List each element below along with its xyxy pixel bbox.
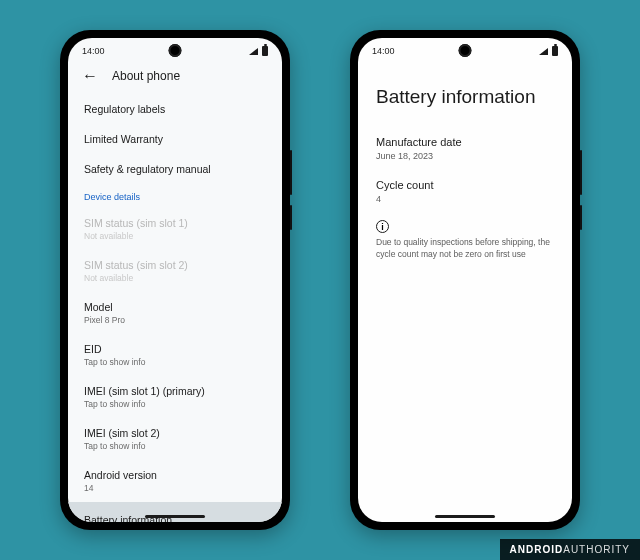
row-imei-1[interactable]: IMEI (sim slot 1) (primary) Tap to show … xyxy=(68,376,282,418)
row-model[interactable]: Model Pixel 8 Pro xyxy=(68,292,282,334)
info-icon: i xyxy=(376,220,389,233)
watermark: ANDROIDAUTHORITY xyxy=(500,539,640,560)
row-android-version[interactable]: Android version 14 xyxy=(68,460,282,502)
row-sim-status-2: SIM status (sim slot 2) Not available xyxy=(68,250,282,292)
volume-button xyxy=(290,150,292,195)
battery-icon xyxy=(552,46,558,56)
section-device-details: Device details xyxy=(68,184,282,208)
row-manufacture-date[interactable]: Manufacture date June 18, 2023 xyxy=(358,128,572,171)
status-time: 14:00 xyxy=(372,46,395,56)
phone-right: 14:00 Battery information Manufacture da… xyxy=(350,30,580,530)
battery-info-content: Battery information Manufacture date Jun… xyxy=(358,64,572,522)
home-indicator[interactable] xyxy=(145,515,205,518)
volume-button xyxy=(580,150,582,195)
row-imei-2[interactable]: IMEI (sim slot 2) Tap to show info xyxy=(68,418,282,460)
row-battery-information[interactable]: Battery information xyxy=(68,502,282,522)
app-bar: ← About phone xyxy=(68,64,282,94)
row-regulatory-labels[interactable]: Regulatory labels xyxy=(68,94,282,124)
camera-cutout xyxy=(169,44,182,57)
camera-cutout xyxy=(459,44,472,57)
appbar-title: About phone xyxy=(112,69,180,83)
home-indicator[interactable] xyxy=(435,515,495,518)
phone-left: 14:00 ← About phone Regulatory labels Li… xyxy=(60,30,290,530)
battery-icon xyxy=(262,46,268,56)
row-cycle-count[interactable]: Cycle count 4 xyxy=(358,171,572,214)
status-time: 14:00 xyxy=(82,46,105,56)
signal-icon xyxy=(249,48,258,55)
cycle-count-note: Due to quality inspections before shippi… xyxy=(358,237,572,261)
power-button xyxy=(290,205,292,230)
row-eid[interactable]: EID Tap to show info xyxy=(68,334,282,376)
signal-icon xyxy=(539,48,548,55)
page-title: Battery information xyxy=(358,64,572,128)
back-arrow-icon[interactable]: ← xyxy=(82,68,98,84)
row-safety-manual[interactable]: Safety & regulatory manual xyxy=(68,154,282,184)
power-button xyxy=(580,205,582,230)
row-sim-status-1: SIM status (sim slot 1) Not available xyxy=(68,208,282,250)
about-phone-list[interactable]: Regulatory labels Limited Warranty Safet… xyxy=(68,94,282,522)
row-limited-warranty[interactable]: Limited Warranty xyxy=(68,124,282,154)
